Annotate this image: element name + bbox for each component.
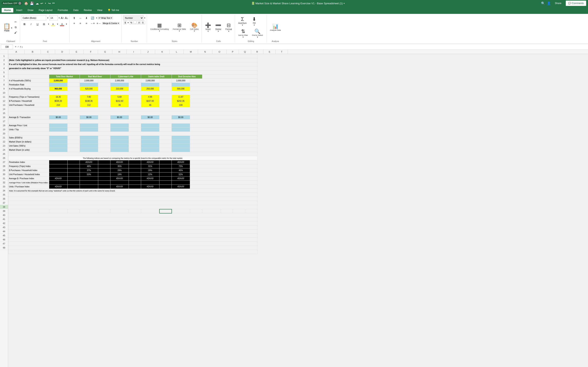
cell-dga26[interactable]: #DIV/0!: [172, 160, 190, 164]
cell-dd21[interactable]: [141, 140, 159, 144]
cell-bwb31[interactable]: [80, 181, 98, 185]
cell-a12[interactable]: Unit Purchases / Household: [8, 103, 49, 107]
cell-dga10[interactable]: 11.87: [172, 95, 190, 99]
cell-extra20[interactable]: [190, 136, 258, 140]
font-name-dropdown[interactable]: ▼: [47, 17, 49, 19]
cell-extra11[interactable]: [190, 99, 258, 103]
autosum-dropdown[interactable]: ▼: [242, 24, 243, 26]
cell-row36[interactable]: [8, 201, 258, 205]
cell-extra12[interactable]: [190, 103, 258, 107]
cell-m38[interactable]: [221, 209, 233, 213]
cell-dd30[interactable]: #DIV/0!: [141, 176, 159, 181]
cell-extra15[interactable]: [190, 115, 258, 119]
cell-row25-note[interactable]: The following indices are based on compa…: [8, 156, 258, 160]
delete-button[interactable]: ➖ Delete ▼: [214, 22, 223, 33]
cell-dga31[interactable]: [172, 181, 190, 185]
comma-button[interactable]: ,: [134, 21, 136, 25]
cell-i23[interactable]: [159, 148, 172, 152]
col-header-f[interactable]: F: [84, 50, 98, 54]
cell-i8[interactable]: [159, 87, 172, 91]
cell-a28[interactable]: $ Purchases / Household Index: [8, 168, 49, 173]
cell-tbm10[interactable]: 16.35: [49, 95, 68, 99]
cs-dropdown[interactable]: ▼: [194, 30, 195, 32]
cell-extra28[interactable]: [190, 168, 258, 173]
cell-dd8[interactable]: 250,000: [141, 87, 159, 91]
cell-ca17[interactable]: [111, 124, 129, 128]
cell-ca26[interactable]: #DIV/0!: [111, 160, 129, 164]
cell-e21[interactable]: [98, 140, 111, 144]
col-header-s[interactable]: S: [263, 50, 276, 54]
cell-i15[interactable]: [159, 115, 172, 119]
currency-dropdown[interactable]: ▼: [127, 22, 129, 24]
cell-ca11[interactable]: $152.83: [111, 99, 129, 103]
paste-button[interactable]: 📋 Paste: [3, 22, 11, 32]
cell-bwb30[interactable]: [80, 176, 98, 181]
cell-ca30[interactable]: #DIV/0!: [111, 176, 129, 181]
cell-e22[interactable]: [98, 144, 111, 148]
fill-color-dropdown[interactable]: ▼: [57, 23, 58, 25]
col-header-r[interactable]: R: [251, 50, 263, 54]
cell-i32[interactable]: [159, 185, 172, 189]
cell-dd10[interactable]: 4.99: [141, 95, 159, 99]
header-ca[interactable]: Cyberman's Ale: [111, 75, 141, 79]
header-dd[interactable]: Dalek-table Draft: [141, 75, 172, 79]
row-2[interactable]: 2: [0, 58, 8, 62]
cell-extra32[interactable]: [190, 185, 258, 189]
row-8[interactable]: 8: [0, 83, 8, 87]
cell-ca18[interactable]: [111, 128, 129, 132]
cell-row35[interactable]: [8, 197, 258, 201]
cell-bwb29[interactable]: 53%: [80, 173, 98, 176]
cell-extra17[interactable]: [190, 124, 258, 128]
cell-c15[interactable]: [68, 115, 80, 119]
redo-icon[interactable]: ↪: [48, 1, 51, 5]
cell-g32[interactable]: [129, 185, 141, 189]
fill-color-button[interactable]: A: [50, 22, 56, 26]
cell-c10[interactable]: [68, 95, 80, 99]
cell-g10[interactable]: [129, 95, 141, 99]
font-color-button[interactable]: A: [59, 22, 65, 26]
cell-dd20[interactable]: [141, 136, 159, 140]
increase-font-icon[interactable]: A↑: [61, 16, 64, 20]
cell-a15[interactable]: Average $ / Transaction: [8, 115, 49, 119]
copy-button[interactable]: ⧉: [13, 25, 18, 30]
row-4[interactable]: 4: [0, 66, 8, 70]
cell-row37[interactable]: [8, 205, 258, 209]
more-icon[interactable]: •••: [52, 2, 55, 5]
cell-dga12[interactable]: 109: [172, 103, 190, 107]
cell-bwb6[interactable]: 2,000,000: [80, 79, 98, 83]
align-center-button[interactable]: ≡: [77, 21, 83, 26]
cell-dga30[interactable]: #DIV/0!: [172, 176, 190, 181]
col-header-a[interactable]: A: [8, 50, 25, 54]
cell-g23[interactable]: [129, 148, 141, 152]
align-left-button[interactable]: ≡: [71, 21, 77, 26]
orientation-button[interactable]: 🔄: [90, 16, 95, 20]
cell-styles-button[interactable]: 🎨 Cell Styles ▼: [189, 22, 200, 33]
cell-tbm28[interactable]: [49, 168, 68, 173]
paste-dropdown-icon[interactable]: ▼: [11, 27, 12, 29]
row-24[interactable]: 24: [0, 148, 8, 152]
cell-e20[interactable]: [98, 136, 111, 140]
number-format-dropdown[interactable]: Number: [123, 16, 144, 20]
tab-page-layout[interactable]: Page Layout: [36, 8, 55, 12]
cell-bwb27[interactable]: 48%: [80, 164, 98, 168]
col-header-k[interactable]: K: [155, 50, 169, 54]
cell-dga20[interactable]: [172, 136, 190, 140]
tab-insert[interactable]: Insert: [14, 8, 25, 12]
cell-a11[interactable]: $ Purchases / Household: [8, 99, 49, 103]
share-button[interactable]: Share: [553, 0, 564, 6]
cell-ca31[interactable]: [111, 181, 129, 185]
cell-row34[interactable]: [8, 193, 258, 197]
cell-h38[interactable]: [141, 209, 159, 213]
cell-tbm21[interactable]: [49, 140, 68, 144]
cell-e17[interactable]: [98, 124, 111, 128]
cell-note-row3[interactable]: If a cell is highlighted in blue, the co…: [8, 62, 258, 67]
cell-bwb12[interactable]: 112: [80, 103, 98, 107]
cell-dd27[interactable]: 31%: [141, 164, 159, 168]
font-name-input[interactable]: [22, 16, 46, 20]
function-icon[interactable]: f: [20, 46, 21, 48]
row-3[interactable]: 3: [0, 62, 8, 66]
cell-tbm17[interactable]: [49, 124, 68, 128]
font-color-dropdown[interactable]: ▼: [66, 23, 67, 25]
cell-i30[interactable]: [159, 176, 172, 181]
confirm-icon[interactable]: ✓: [17, 45, 19, 48]
